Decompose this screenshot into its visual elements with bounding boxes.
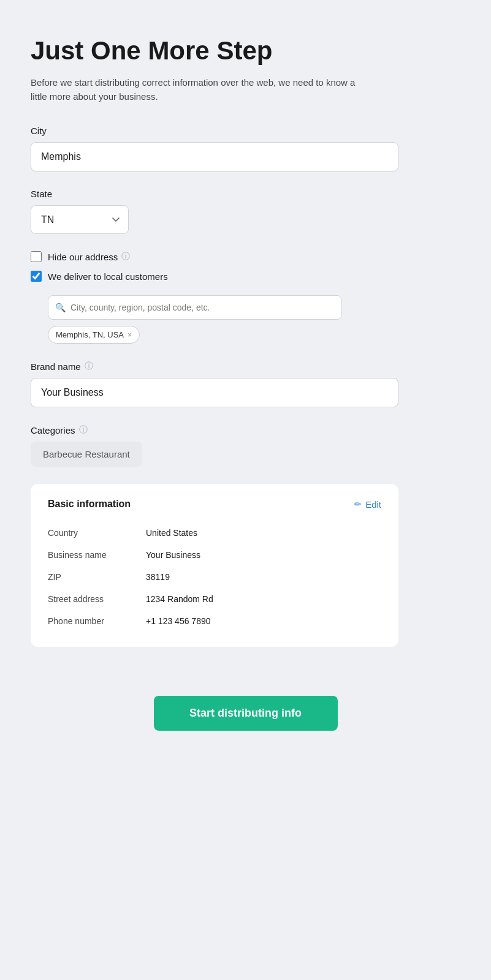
table-row: Street address 1234 Random Rd [48,588,381,610]
page-title: Just One More Step [31,37,460,65]
delivery-tag-label: Memphis, TN, USA [56,330,124,339]
card-header: Basic information ✏ Edit [48,499,381,510]
city-label: City [31,126,460,136]
brand-name-input[interactable] [31,378,398,407]
delivery-search-wrapper: 🔍 [48,295,342,320]
deliver-row: We deliver to local customers [31,271,460,282]
basic-info-card: Basic information ✏ Edit Country United … [31,484,398,647]
info-value: +1 123 456 7890 [146,610,381,632]
basic-info-title: Basic information [48,499,131,510]
info-value: 1234 Random Rd [146,588,381,610]
brand-name-label: Brand name ⓘ [31,361,460,372]
edit-icon: ✏ [354,499,362,509]
page-subtitle: Before we start distributing correct inf… [31,76,374,104]
deliver-label[interactable]: We deliver to local customers [48,271,168,282]
edit-label: Edit [365,499,381,510]
delivery-tag-container: Memphis, TN, USA × [48,326,460,344]
info-value: 38119 [146,566,381,588]
category-button[interactable]: Barbecue Restaurant [31,442,142,467]
info-label: Phone number [48,610,146,632]
table-row: Phone number +1 123 456 7890 [48,610,381,632]
search-icon: 🔍 [55,303,66,312]
delivery-tag-remove[interactable]: × [128,331,132,339]
brand-name-field-group: Brand name ⓘ [31,361,460,407]
checkbox-group: Hide our address ⓘ We deliver to local c… [31,251,460,344]
city-input[interactable] [31,142,398,172]
hide-address-label[interactable]: Hide our address ⓘ [48,251,130,262]
hide-address-info-icon: ⓘ [121,251,130,262]
state-select[interactable]: TN AL AK AZ AR CA CO FL GA TX [31,205,129,234]
info-label: Street address [48,588,146,610]
categories-label: Categories ⓘ [31,424,460,435]
info-value: Your Business [146,544,381,566]
info-label: Business name [48,544,146,566]
brand-name-info-icon: ⓘ [85,361,93,372]
info-label: ZIP [48,566,146,588]
deliver-checkbox[interactable] [31,271,42,282]
categories-field-group: Categories ⓘ Barbecue Restaurant [31,424,460,467]
hide-address-row: Hide our address ⓘ [31,251,460,262]
info-value: United States [146,522,381,544]
basic-info-table: Country United States Business name Your… [48,522,381,632]
state-label: State [31,189,460,199]
edit-button[interactable]: ✏ Edit [354,499,381,510]
table-row: ZIP 38119 [48,566,381,588]
delivery-tag: Memphis, TN, USA × [48,326,140,344]
categories-info-icon: ⓘ [79,424,88,435]
city-field-group: City [31,126,460,172]
table-row: Country United States [48,522,381,544]
delivery-search-section: 🔍 Memphis, TN, USA × [48,295,460,344]
delivery-search-input[interactable] [48,295,342,320]
state-field-group: State TN AL AK AZ AR CA CO FL GA TX [31,189,460,234]
start-distributing-button[interactable]: Start distributing info [154,696,338,731]
info-label: Country [48,522,146,544]
hide-address-checkbox[interactable] [31,251,42,262]
cta-container: Start distributing info [31,684,460,731]
table-row: Business name Your Business [48,544,381,566]
